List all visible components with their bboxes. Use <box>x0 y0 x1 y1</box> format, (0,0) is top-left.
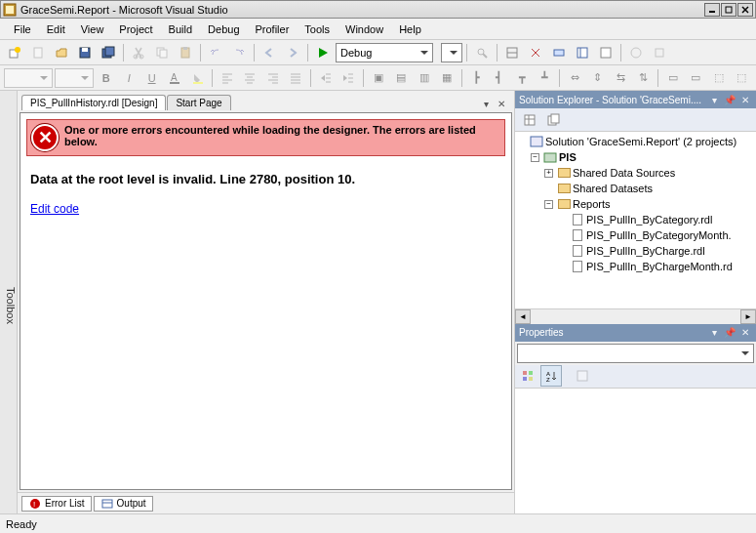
undo-button[interactable] <box>205 42 226 63</box>
properties-grid[interactable] <box>515 389 756 514</box>
add-item-button[interactable] <box>27 42 49 63</box>
menu-help[interactable]: Help <box>391 21 429 37</box>
cut-button[interactable] <box>128 42 149 63</box>
panel-pin-icon[interactable]: 📌 <box>723 93 736 106</box>
panel-close-icon[interactable]: ✕ <box>738 93 752 106</box>
properties-button[interactable] <box>519 109 540 131</box>
solution-tree[interactable]: Solution 'GraceSemi.Report' (2 projects)… <box>515 132 756 308</box>
tb-misc-2[interactable] <box>525 42 546 63</box>
align-center-button[interactable] <box>240 67 260 89</box>
align-obj-1[interactable]: ┣ <box>466 67 487 89</box>
spacing-3[interactable]: ⇆ <box>610 67 630 89</box>
minimize-button[interactable] <box>704 3 720 17</box>
tree-shared-data-sources[interactable]: + Shared Data Sources <box>517 165 754 181</box>
align-obj-3[interactable]: ┳ <box>512 67 533 89</box>
size-1[interactable]: ⬚ <box>708 67 729 89</box>
tab-close-icon[interactable]: ✕ <box>495 97 508 110</box>
tree-shared-datasets[interactable]: Shared Datasets <box>517 181 754 196</box>
output-tab[interactable]: Output <box>94 496 153 512</box>
align-left-button[interactable] <box>217 67 237 89</box>
panel-pin-icon[interactable]: 📌 <box>723 326 736 340</box>
platform-combo[interactable] <box>441 43 462 62</box>
toolbox-tab[interactable]: Toolbox <box>0 91 18 513</box>
expander-icon[interactable]: − <box>544 200 553 209</box>
layout-3-button[interactable]: ▥ <box>414 67 434 89</box>
start-debug-button[interactable] <box>312 42 334 63</box>
properties-object-combo[interactable] <box>517 344 754 363</box>
tb-misc-1[interactable] <box>501 42 523 63</box>
indent-button[interactable] <box>338 67 358 89</box>
menu-debug[interactable]: Debug <box>200 21 247 37</box>
tree-solution[interactable]: Solution 'GraceSemi.Report' (2 projects) <box>517 134 754 149</box>
expander-icon[interactable]: − <box>531 153 539 162</box>
spacing-1[interactable]: ⇔ <box>564 67 584 89</box>
panel-close-icon[interactable]: ✕ <box>738 326 752 340</box>
tree-reports-folder[interactable]: − Reports <box>517 196 754 212</box>
size-combo[interactable] <box>55 68 94 88</box>
outdent-button[interactable] <box>315 67 336 89</box>
tree-project[interactable]: − PIS <box>517 149 754 165</box>
find-button[interactable] <box>471 42 493 63</box>
bold-button[interactable]: B <box>96 67 116 89</box>
italic-button[interactable]: I <box>118 67 139 89</box>
layout-4-button[interactable]: ▦ <box>436 67 457 89</box>
menu-window[interactable]: Window <box>338 21 391 37</box>
menu-tools[interactable]: Tools <box>297 21 338 37</box>
tab-start[interactable]: Start Page <box>167 95 230 110</box>
forecolor-button[interactable]: A <box>164 67 184 89</box>
menu-project[interactable]: Project <box>111 21 160 37</box>
tb-misc-6[interactable] <box>625 42 647 63</box>
tree-hscroll[interactable]: ◄ ► <box>515 308 756 324</box>
save-all-button[interactable] <box>98 42 119 63</box>
tb-misc-3[interactable] <box>548 42 570 63</box>
backcolor-button[interactable] <box>187 67 208 89</box>
menu-build[interactable]: Build <box>161 21 200 37</box>
new-project-button[interactable] <box>4 42 25 63</box>
error-list-tab[interactable]: ! Error List <box>21 496 92 512</box>
show-all-button[interactable] <box>542 109 564 131</box>
align-right-button[interactable] <box>262 67 283 89</box>
layout-1-button[interactable]: ▣ <box>368 67 388 89</box>
size-2[interactable]: ⬚ <box>732 67 752 89</box>
tab-design[interactable]: PIS_PullInHistory.rdl [Design] <box>21 95 166 110</box>
menu-file[interactable]: File <box>6 21 39 37</box>
copy-button[interactable] <box>151 42 173 63</box>
expander-icon[interactable]: + <box>544 169 553 178</box>
tree-file[interactable]: PIS_PullIn_ByCharge.rdl <box>517 243 754 259</box>
tree-file[interactable]: PIS_PullIn_ByCategory.rdl <box>517 212 754 227</box>
tb-misc-7[interactable] <box>649 42 670 63</box>
panel-menu-icon[interactable]: ▾ <box>707 326 721 340</box>
panel-menu-icon[interactable]: ▾ <box>707 93 721 106</box>
order-back[interactable]: ▭ <box>686 67 706 89</box>
tab-dropdown-icon[interactable]: ▾ <box>479 97 493 110</box>
open-button[interactable] <box>51 42 72 63</box>
close-button[interactable] <box>737 3 753 17</box>
align-obj-2[interactable]: ┫ <box>489 67 509 89</box>
tree-file[interactable]: PIS_PullIn_ByChargeMonth.rd <box>517 259 754 274</box>
scroll-right-icon[interactable]: ► <box>740 309 756 324</box>
menu-edit[interactable]: Edit <box>39 21 73 37</box>
spacing-2[interactable]: ⇕ <box>587 67 608 89</box>
layout-2-button[interactable]: ▤ <box>390 67 411 89</box>
paste-button[interactable] <box>175 42 196 63</box>
edit-code-link[interactable]: Edit code <box>30 202 501 216</box>
scroll-left-icon[interactable]: ◄ <box>515 309 531 324</box>
align-obj-4[interactable]: ┻ <box>535 67 555 89</box>
alphabetical-button[interactable]: AZ <box>540 365 562 387</box>
property-pages-button[interactable] <box>572 365 593 387</box>
underline-button[interactable]: U <box>141 67 162 89</box>
order-front[interactable]: ▭ <box>662 67 683 89</box>
nav-back-button[interactable] <box>259 42 280 63</box>
redo-button[interactable] <box>228 42 250 63</box>
save-button[interactable] <box>74 42 96 63</box>
tb-misc-5[interactable] <box>595 42 617 63</box>
menu-view[interactable]: View <box>73 21 112 37</box>
nav-fwd-button[interactable] <box>282 42 303 63</box>
maximize-button[interactable] <box>721 3 736 17</box>
config-combo[interactable]: Debug <box>336 43 433 62</box>
spacing-4[interactable]: ⇅ <box>633 67 654 89</box>
tree-file[interactable]: PIS_PullIn_ByCategoryMonth. <box>517 227 754 243</box>
menu-profiler[interactable]: Profiler <box>248 21 298 37</box>
tb-misc-4[interactable] <box>572 42 593 63</box>
categorized-button[interactable] <box>517 365 538 387</box>
